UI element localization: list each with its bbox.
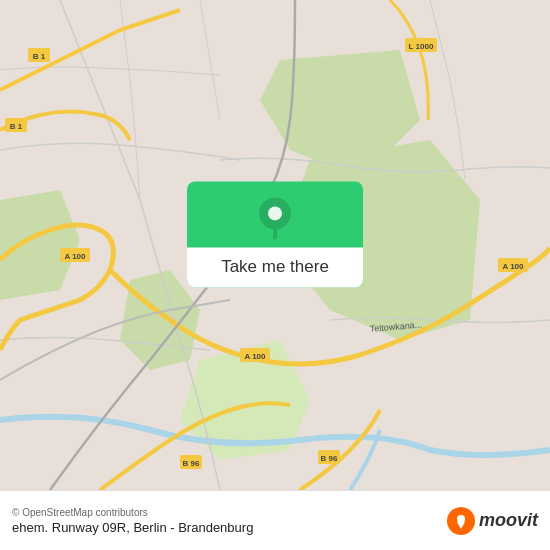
svg-marker-26 xyxy=(457,522,465,529)
svg-text:L 1000: L 1000 xyxy=(409,42,434,51)
svg-text:B 1: B 1 xyxy=(33,52,46,61)
svg-text:A 100: A 100 xyxy=(244,352,266,361)
map-container: B 1 B 1 B 96 B 96 L 1000 A 100 A 100 A 1… xyxy=(0,0,550,490)
attribution-text: © OpenStreetMap contributors xyxy=(12,507,253,518)
take-me-there-button[interactable]: Take me there xyxy=(187,181,363,287)
take-me-there-label: Take me there xyxy=(187,247,363,287)
location-title: ehem. Runway 09R, Berlin - Brandenburg xyxy=(12,520,253,535)
svg-text:B 1: B 1 xyxy=(10,122,23,131)
svg-point-24 xyxy=(268,206,282,220)
moovit-logo: moovit xyxy=(447,507,538,535)
location-pin-icon xyxy=(257,197,293,239)
moovit-icon xyxy=(447,507,475,535)
moovit-text: moovit xyxy=(479,510,538,531)
svg-text:A 100: A 100 xyxy=(502,262,524,271)
svg-text:B 96: B 96 xyxy=(321,454,338,463)
bottom-bar: © OpenStreetMap contributors ehem. Runwa… xyxy=(0,490,550,550)
svg-text:A 100: A 100 xyxy=(64,252,86,261)
svg-text:B 96: B 96 xyxy=(183,459,200,468)
svg-point-25 xyxy=(457,515,465,523)
